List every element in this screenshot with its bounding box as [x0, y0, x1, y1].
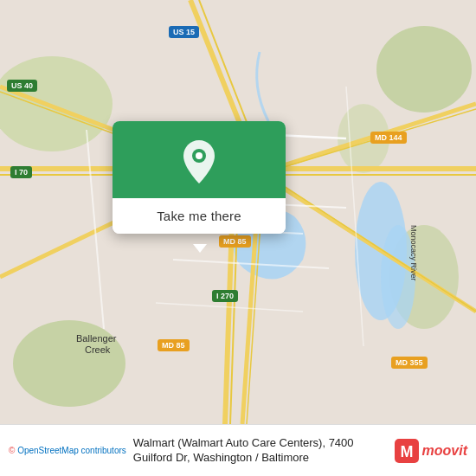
svg-point-2 — [376, 26, 472, 113]
svg-text:M: M — [400, 443, 413, 460]
label-ballenger: Ballenger — [76, 333, 116, 344]
highway-badge-us15: US 15 — [169, 26, 199, 38]
moovit-brand-text: moovit — [422, 443, 467, 459]
highway-badge-i70: I 70 — [10, 166, 32, 178]
copyright-text: © OpenStreetMap contributors — [9, 446, 126, 455]
location-info: Walmart (Walmart Auto Care Centers), 740… — [133, 436, 388, 466]
location-pin-icon — [180, 138, 218, 185]
take-me-there-button[interactable]: Take me there — [113, 198, 286, 234]
highway-badge-md355: MD 355 — [391, 357, 428, 369]
bottom-bar: © OpenStreetMap contributors Walmart (Wa… — [0, 424, 476, 476]
svg-point-31 — [196, 152, 203, 159]
popup-tail — [193, 244, 207, 253]
highway-badge-md144: MD 144 — [370, 132, 407, 144]
highway-badge-md85-b: MD 85 — [158, 339, 190, 351]
highway-badge-us40: US 40 — [7, 80, 37, 92]
label-creek: Creek — [85, 344, 110, 355]
moovit-logo: M moovit — [395, 439, 467, 463]
highway-badge-md85: MD 85 — [219, 235, 251, 248]
label-monocacy: Monocacy River — [409, 225, 418, 281]
popup-card: Take me there — [113, 121, 286, 234]
highway-badge-i270: I 270 — [212, 290, 238, 302]
moovit-m-icon: M — [395, 439, 419, 463]
popup-pin-area — [113, 121, 286, 198]
map-container: US 15 US 40 I 70 I 270 MD 85 MD 85 MD 14… — [0, 0, 476, 424]
